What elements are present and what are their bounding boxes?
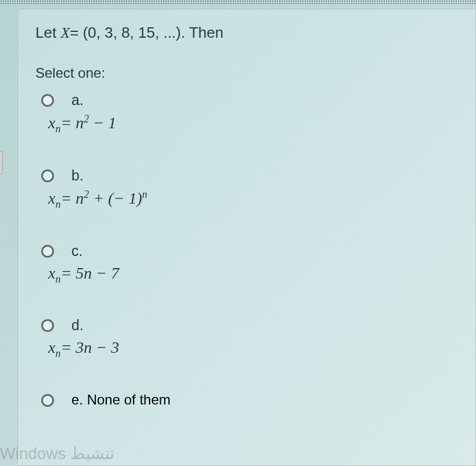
option-c-formula: xn= 5n − 7	[48, 264, 119, 286]
formula-x: x	[48, 189, 55, 207]
formula-x: x	[48, 264, 55, 282]
sidebar-fragment	[0, 151, 3, 174]
formula-mid: + (− 1)	[89, 189, 142, 207]
dotted-border	[0, 0, 476, 5]
option-e-text: None of them	[87, 392, 171, 408]
formula-x: x	[48, 338, 55, 356]
option-b[interactable]: b. xn= n2 + (− 1)n	[35, 167, 458, 211]
option-c-letter: c.	[71, 243, 119, 259]
formula-eq: = n	[60, 189, 84, 207]
option-a-formula: xn= n2 − 1	[48, 113, 116, 135]
option-d-content: d. xn= 3n − 3	[71, 317, 119, 360]
formula-rest: − 1	[89, 114, 116, 132]
select-one-label: Select one:	[35, 65, 458, 81]
question-stem: Let X= (0, 3, 8, 15, ...). Then	[35, 24, 458, 42]
formula-sup: 2	[84, 189, 89, 200]
formula-eq: = 5n − 7	[60, 264, 119, 282]
radio-icon[interactable]	[41, 394, 54, 407]
option-d-formula: xn= 3n − 3	[48, 338, 119, 360]
option-d[interactable]: d. xn= 3n − 3	[35, 317, 458, 360]
option-b-formula: xn= n2 + (− 1)n	[48, 189, 147, 211]
radio-icon[interactable]	[41, 245, 54, 258]
option-c-content: c. xn= 5n − 7	[71, 243, 119, 286]
option-b-content: b. xn= n2 + (− 1)n	[71, 167, 147, 211]
option-e-content: e. None of them	[71, 392, 171, 408]
question-rest: = (0, 3, 8, 15, ...). Then	[70, 24, 223, 41]
question-prefix: Let	[35, 24, 60, 41]
question-container: Let X= (0, 3, 8, 15, ...). Then Select o…	[17, 9, 476, 466]
windows-watermark: Windows تنشيط	[0, 444, 114, 463]
option-b-letter: b.	[71, 167, 147, 184]
formula-sup2: n	[142, 189, 147, 200]
formula-eq: = 3n − 3	[60, 338, 119, 356]
formula-sup: 2	[84, 113, 89, 125]
option-a[interactable]: a. xn= n2 − 1	[35, 92, 458, 135]
option-a-letter: a.	[71, 92, 116, 109]
option-e-letter: e.	[71, 392, 83, 408]
radio-icon[interactable]	[41, 94, 54, 107]
option-e[interactable]: e. None of them	[35, 392, 458, 408]
formula-eq: = n	[60, 114, 84, 132]
option-d-letter: d.	[71, 317, 119, 334]
formula-x: x	[48, 114, 55, 132]
radio-icon[interactable]	[41, 169, 54, 182]
radio-icon[interactable]	[41, 319, 54, 332]
question-var: X	[60, 24, 70, 41]
option-c[interactable]: c. xn= 5n − 7	[35, 243, 458, 286]
option-a-content: a. xn= n2 − 1	[71, 92, 116, 135]
